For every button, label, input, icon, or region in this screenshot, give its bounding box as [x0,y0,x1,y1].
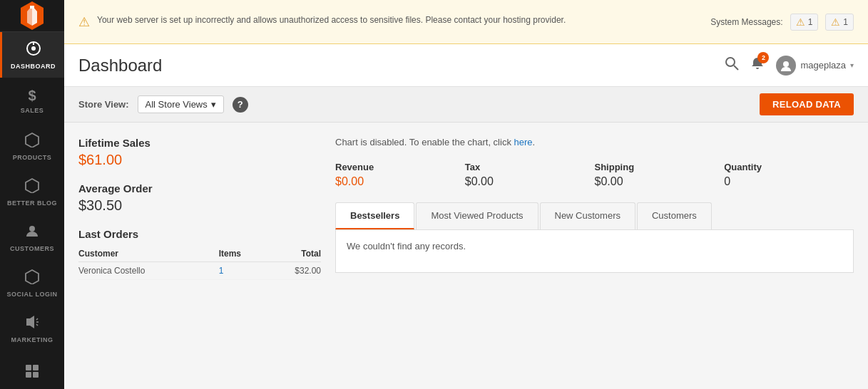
no-records-text: We couldn't find any records. [347,241,466,251]
alert-banner: ⚠ Your web server is set up incorrectly … [64,0,868,44]
last-orders-title: Last Orders [78,228,321,240]
left-panel: Lifetime Sales $61.00 Average Order $30.… [78,137,335,280]
social-login-icon [24,269,40,288]
store-view-label: Store View: [78,99,129,110]
system-message-badge-1[interactable]: ⚠ 1 [790,14,819,31]
page-title: Dashboard [78,56,162,76]
sidebar-item-grid[interactable] [0,351,64,389]
alert-left: ⚠ Your web server is set up incorrectly … [78,14,710,30]
system-messages-label: System Messages: [710,17,782,27]
sidebar-item-label-marketing: MARKETING [11,336,53,343]
store-view-selected: All Store Views [145,99,208,110]
svg-point-21 [783,61,789,67]
sidebar-item-dashboard[interactable]: DASHBOARD [0,32,64,78]
average-order-section: Average Order $30.50 [78,182,321,214]
tab-bestsellers[interactable]: Bestsellers [335,202,414,229]
tab-new-customers[interactable]: New Customers [540,202,635,229]
warning-icon-1: ⚠ [796,16,805,28]
sidebar-item-label-products: PRODUCTS [13,154,52,161]
notification-count: 2 [757,52,769,63]
grid-icon [24,363,40,383]
stat-revenue: Revenue $0.00 [335,162,465,188]
stat-quantity: Quantity 0 [724,162,854,188]
lifetime-sales-label: Lifetime Sales [78,137,321,149]
lifetime-sales-section: Lifetime Sales $61.00 [78,137,321,168]
orders-col-items: Items [219,246,266,262]
store-view-dropdown[interactable]: All Store Views ▾ [138,95,224,113]
right-panel: Chart is disabled. To enable the chart, … [335,137,854,273]
orders-table: Customer Items Total Veronica Costello 1… [78,246,321,280]
user-avatar [776,56,796,76]
svg-line-14 [36,324,38,326]
tab-content: We couldn't find any records. [335,230,854,273]
sales-icon: $ [28,88,36,104]
badge-count-2: 1 [843,17,848,27]
sidebar-item-marketing[interactable]: MARKETING [0,306,64,351]
sidebar-item-label-dashboard: DASHBOARD [11,63,56,70]
order-items-link[interactable]: 1 [219,262,266,280]
tab-most-viewed[interactable]: Most Viewed Products [416,202,538,229]
sidebar-item-label-better-blog: BETTER BLOG [7,199,57,207]
stat-quantity-label: Quantity [724,162,839,172]
svg-rect-3 [30,6,34,9]
sidebar-item-social-login[interactable]: SOCIAL LOGIN [0,260,64,306]
order-total: $32.00 [266,262,321,280]
svg-marker-7 [26,133,39,147]
dashboard-icon [26,41,41,60]
warning-icon-2: ⚠ [831,16,840,28]
marketing-icon [24,314,40,333]
store-view-bar: Store View: All Store Views ▾ ? Reload D… [64,87,868,123]
svg-line-20 [734,66,738,70]
alert-warning-icon: ⚠ [78,14,90,30]
badge-count-1: 1 [808,17,813,27]
chart-disabled-suffix: . [533,137,536,147]
svg-rect-17 [26,372,31,378]
sidebar-item-better-blog[interactable]: BETTER BLOG [0,169,64,214]
sidebar: DASHBOARD $ SALES PRODUCTS BETTER BLOG C… [0,0,64,389]
sidebar-logo [0,0,64,32]
search-button[interactable] [725,56,739,74]
alert-text: Your web server is set up incorrectly an… [97,14,566,26]
header-right: 2 mageplaza ▾ [725,56,854,76]
sidebar-item-label-customers: CUSTOMERS [10,245,54,252]
tabs-container: Bestsellers Most Viewed Products New Cus… [335,202,854,230]
stat-shipping-label: Shipping [595,162,710,172]
sidebar-item-sales[interactable]: $ SALES [0,78,64,123]
user-menu[interactable]: mageplaza ▾ [776,56,854,76]
magento-logo-icon [16,0,48,31]
stats-row: Revenue $0.00 Tax $0.00 Shipping $0.00 Q… [335,162,854,188]
notifications-button[interactable]: 2 [750,56,765,74]
customers-icon [24,223,40,242]
user-menu-chevron-icon: ▾ [850,61,854,69]
stat-revenue-label: Revenue [335,162,451,172]
help-button[interactable]: ? [233,97,248,113]
svg-rect-18 [33,372,39,378]
table-row: Veronica Costello 1 $32.00 [78,262,321,280]
stat-tax: Tax $0.00 [465,162,595,188]
better-blog-icon [24,177,40,197]
username-label: mageplaza [800,60,846,71]
store-view-chevron-icon: ▾ [211,99,216,110]
stat-quantity-value: 0 [724,175,839,188]
chart-enable-link[interactable]: here [514,137,533,147]
sidebar-item-customers[interactable]: CUSTOMERS [0,214,64,260]
sidebar-item-products[interactable]: PRODUCTS [0,123,64,169]
average-order-label: Average Order [78,182,321,194]
average-order-value: $30.50 [78,197,321,214]
svg-line-12 [36,318,38,320]
stat-tax-value: $0.00 [465,175,581,188]
svg-point-19 [726,58,735,66]
content-area: Store View: All Store Views ▾ ? Reload D… [64,87,868,389]
svg-point-5 [31,46,36,51]
svg-rect-16 [33,365,39,370]
stat-revenue-value: $0.00 [335,175,451,188]
system-message-badge-2[interactable]: ⚠ 1 [825,14,854,31]
svg-rect-15 [26,365,31,370]
products-icon [24,132,40,151]
system-messages: System Messages: ⚠ 1 ⚠ 1 [710,14,854,31]
sidebar-item-label-sales: SALES [21,107,44,114]
reload-data-button[interactable]: Reload Data [760,93,854,115]
orders-col-customer: Customer [78,246,219,262]
tab-customers[interactable]: Customers [637,202,712,229]
svg-marker-10 [26,270,39,284]
